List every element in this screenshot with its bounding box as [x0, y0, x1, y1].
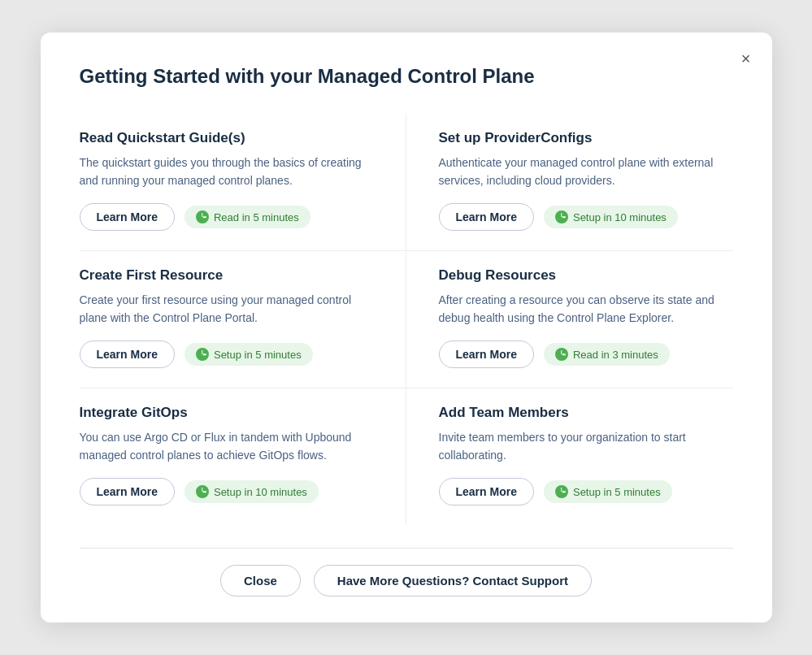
card-title: Read Quickstart Guide(s)	[80, 130, 373, 146]
modal-close-button[interactable]: ×	[738, 47, 754, 70]
learn-more-button[interactable]: Learn More	[80, 341, 175, 368]
card-description: After creating a resource you can observ…	[439, 292, 733, 328]
card-title: Debug Resources	[439, 267, 733, 284]
card-actions: Learn More Read in 3 minutes	[439, 341, 733, 368]
time-badge: Read in 5 minutes	[185, 206, 310, 228]
card-provider-configs: Set up ProviderConfigs Authenticate your…	[406, 114, 733, 251]
card-team-members: Add Team Members Invite team members to …	[406, 388, 733, 525]
card-title: Create First Resource	[80, 267, 373, 284]
learn-more-button[interactable]: Learn More	[439, 203, 534, 231]
badge-label: Read in 3 minutes	[573, 349, 658, 361]
time-badge: Setup in 10 minutes	[185, 480, 319, 503]
card-actions: Learn More Read in 5 minutes	[80, 203, 373, 231]
card-debug-resources: Debug Resources After creating a resourc…	[406, 251, 733, 388]
clock-icon	[196, 485, 209, 498]
contact-support-button[interactable]: Have More Questions? Contact Support	[314, 565, 592, 596]
learn-more-button[interactable]: Learn More	[439, 478, 534, 505]
time-badge: Setup in 5 minutes	[185, 343, 313, 366]
card-title: Add Team Members	[439, 405, 733, 421]
card-first-resource: Create First Resource Create your first …	[80, 251, 406, 388]
card-description: Authenticate your managed control plane …	[439, 154, 733, 190]
card-description: The quickstart guides you through the ba…	[80, 154, 373, 190]
card-actions: Learn More Setup in 10 minutes	[439, 203, 733, 231]
card-actions: Learn More Setup in 10 minutes	[80, 478, 373, 505]
card-title: Set up ProviderConfigs	[439, 130, 733, 146]
close-button[interactable]: Close	[220, 565, 301, 596]
modal-title: Getting Started with your Managed Contro…	[80, 65, 733, 88]
badge-label: Setup in 5 minutes	[214, 349, 302, 361]
getting-started-modal: × Getting Started with your Managed Cont…	[41, 33, 772, 622]
clock-icon	[196, 210, 209, 223]
time-badge: Setup in 10 minutes	[544, 206, 678, 228]
learn-more-button[interactable]: Learn More	[80, 203, 175, 231]
card-description: Invite team members to your organization…	[439, 429, 733, 465]
modal-footer: Close Have More Questions? Contact Suppo…	[80, 548, 733, 596]
card-gitops: Integrate GitOps You can use Argo CD or …	[80, 388, 406, 525]
cards-grid: Read Quickstart Guide(s) The quickstart …	[80, 114, 733, 525]
learn-more-button[interactable]: Learn More	[439, 341, 534, 368]
card-actions: Learn More Setup in 5 minutes	[439, 478, 733, 505]
card-title: Integrate GitOps	[80, 405, 373, 421]
badge-label: Read in 5 minutes	[214, 211, 299, 223]
learn-more-button[interactable]: Learn More	[80, 478, 175, 505]
badge-label: Setup in 10 minutes	[214, 486, 307, 498]
card-quickstart: Read Quickstart Guide(s) The quickstart …	[80, 114, 406, 251]
clock-icon	[555, 485, 568, 498]
card-description: Create your first resource using your ma…	[80, 292, 373, 328]
time-badge: Setup in 5 minutes	[544, 480, 672, 503]
time-badge: Read in 3 minutes	[544, 343, 670, 366]
clock-icon	[555, 348, 568, 361]
clock-icon	[555, 210, 568, 223]
card-actions: Learn More Setup in 5 minutes	[80, 341, 373, 368]
badge-label: Setup in 10 minutes	[573, 211, 667, 223]
card-description: You can use Argo CD or Flux in tandem wi…	[80, 429, 373, 465]
clock-icon	[196, 348, 209, 361]
badge-label: Setup in 5 minutes	[573, 486, 661, 498]
